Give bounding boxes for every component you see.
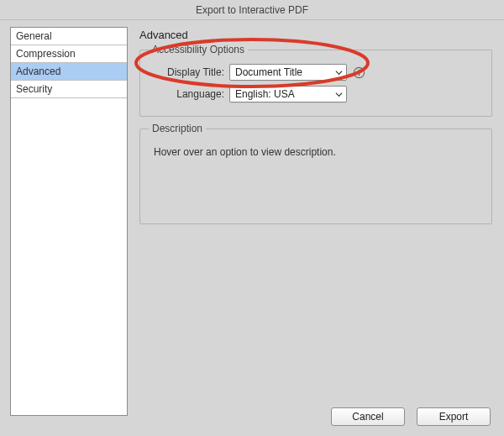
svg-rect-2: [358, 71, 359, 76]
display-title-row: Display Title: Document Title: [149, 64, 483, 81]
chevron-down-icon: [335, 69, 343, 76]
display-title-select[interactable]: Document Title: [229, 64, 347, 81]
sidebar-item-label: Security: [16, 83, 52, 95]
category-sidebar: General Compression Advanced Security: [10, 27, 128, 416]
description-group: Description Hover over an option to view…: [139, 129, 492, 224]
description-text: Hover over an option to view description…: [149, 138, 483, 213]
display-title-label: Display Title:: [149, 66, 229, 78]
export-button[interactable]: Export: [417, 407, 491, 426]
panel-title: Advanced: [139, 29, 492, 41]
sidebar-item-label: Compression: [16, 48, 76, 60]
language-value: English: USA: [235, 88, 295, 100]
chevron-down-icon: [335, 91, 343, 98]
sidebar-item-compression[interactable]: Compression: [11, 45, 127, 63]
accessibility-options-group: Accessibility Options Display Title: Doc…: [139, 50, 492, 117]
sidebar-item-general[interactable]: General: [11, 28, 127, 45]
info-icon[interactable]: [352, 66, 365, 79]
dialog-body: General Compression Advanced Security Ad…: [0, 20, 504, 416]
display-title-value: Document Title: [235, 66, 302, 78]
dialog-title: Export to Interactive PDF: [0, 0, 504, 20]
language-select[interactable]: English: USA: [229, 86, 347, 102]
language-row: Language: English: USA: [149, 86, 483, 102]
main-panel: Advanced Accessibility Options Display T…: [139, 27, 494, 236]
svg-point-1: [358, 69, 360, 71]
language-label: Language:: [149, 88, 229, 100]
sidebar-item-label: Advanced: [16, 66, 60, 77]
sidebar-item-security[interactable]: Security: [11, 81, 127, 98]
sidebar-item-advanced[interactable]: Advanced: [11, 63, 127, 81]
description-legend: Description: [149, 123, 206, 134]
cancel-button[interactable]: Cancel: [331, 407, 405, 426]
sidebar-item-label: General: [16, 30, 52, 42]
accessibility-legend: Accessibility Options: [149, 44, 248, 55]
dialog-buttons: Cancel Export: [331, 407, 491, 426]
